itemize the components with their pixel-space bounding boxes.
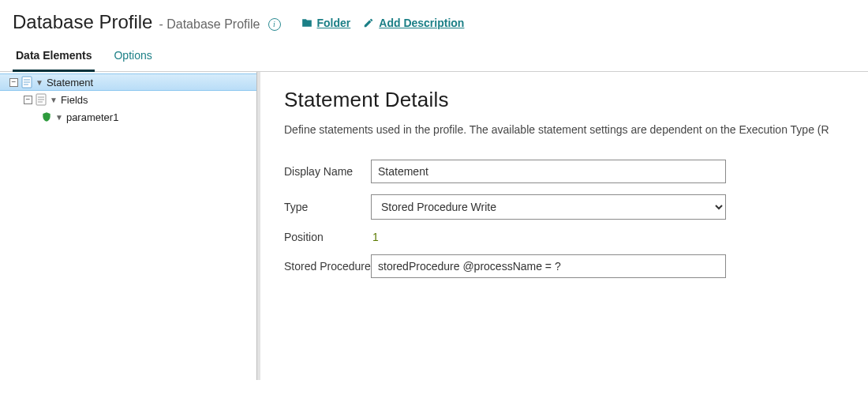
chevron-down-icon[interactable]: ▼ bbox=[36, 78, 43, 87]
tree-label-fields: Fields bbox=[61, 94, 88, 106]
collapse-icon[interactable]: − bbox=[24, 96, 32, 104]
collapse-icon[interactable]: − bbox=[9, 78, 18, 87]
tab-data-elements[interactable]: Data Elements bbox=[13, 41, 95, 72]
details-panel: Statement Details Define statements used… bbox=[260, 72, 868, 380]
label-display-name: Display Name bbox=[284, 165, 371, 178]
document-icon bbox=[36, 93, 47, 106]
label-position: Position bbox=[284, 231, 371, 243]
tree: − ▼ Statement − ▼ Fields bbox=[0, 72, 257, 126]
tree-panel: − ▼ Statement − ▼ Fields bbox=[0, 72, 260, 380]
folder-link[interactable]: Folder bbox=[301, 17, 351, 29]
tree-node-fields[interactable]: − ▼ Fields bbox=[0, 91, 257, 108]
tab-options[interactable]: Options bbox=[110, 41, 155, 71]
document-icon bbox=[21, 76, 32, 88]
shield-icon bbox=[41, 111, 52, 122]
label-stored-procedure: Stored Procedure bbox=[284, 260, 371, 273]
page-header: Database Profile - Database Profile i Fo… bbox=[0, 0, 868, 41]
row-type: Type Stored Procedure Write bbox=[284, 194, 868, 220]
add-description-link-label: Add Description bbox=[379, 17, 464, 29]
details-title: Statement Details bbox=[284, 88, 868, 112]
folder-icon bbox=[301, 17, 312, 28]
row-position: Position 1 bbox=[284, 231, 868, 243]
chevron-down-icon[interactable]: ▼ bbox=[50, 96, 58, 104]
display-name-input[interactable] bbox=[371, 160, 726, 183]
tabs: Data Elements Options bbox=[0, 41, 868, 72]
tree-label-parameter1: parameter1 bbox=[66, 111, 118, 123]
label-type: Type bbox=[284, 201, 371, 213]
type-select[interactable]: Stored Procedure Write bbox=[371, 194, 726, 220]
page-subtitle: - Database Profile bbox=[159, 17, 260, 32]
row-stored-procedure: Stored Procedure bbox=[284, 254, 868, 278]
row-display-name: Display Name bbox=[284, 160, 868, 183]
work-area: − ▼ Statement − ▼ Fields bbox=[0, 72, 868, 380]
tree-label-statement: Statement bbox=[47, 77, 93, 88]
add-description-link[interactable]: Add Description bbox=[363, 17, 464, 29]
tree-node-parameter1[interactable]: ▼ parameter1 bbox=[0, 108, 257, 126]
info-icon[interactable]: i bbox=[268, 18, 281, 31]
stored-procedure-input[interactable] bbox=[371, 254, 726, 278]
details-description: Define statements used in the profile. T… bbox=[284, 123, 868, 136]
folder-link-label: Folder bbox=[317, 17, 351, 29]
chevron-down-icon[interactable]: ▼ bbox=[55, 113, 63, 122]
page-title: Database Profile bbox=[13, 11, 152, 33]
position-value: 1 bbox=[371, 231, 379, 243]
tree-node-statement[interactable]: − ▼ Statement bbox=[0, 73, 257, 91]
header-actions: Folder Add Description bbox=[301, 17, 465, 29]
pencil-icon bbox=[363, 17, 374, 28]
